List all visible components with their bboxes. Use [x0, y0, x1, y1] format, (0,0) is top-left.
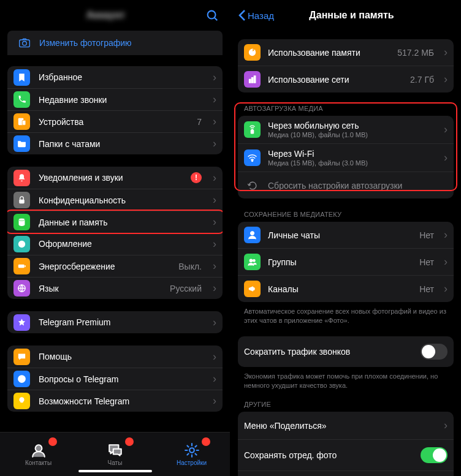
chevron-right-icon: › [213, 71, 216, 84]
row-value: Нет [419, 230, 434, 240]
usage-row[interactable]: Использование сети 2.7 Гб › [238, 66, 454, 93]
svg-point-9 [18, 240, 25, 247]
bulb-icon [13, 393, 30, 409]
row-label: Вопросы о Telegram [39, 374, 204, 384]
svg-point-28 [253, 260, 256, 262]
autoload-row[interactable]: Через Wi-FiМедиа (15 MB), файлы (3.0 MB)… [238, 143, 454, 172]
settings-row-chat[interactable]: Помощь› [7, 346, 223, 368]
tab-settings[interactable]: Настройки [153, 433, 230, 476]
row-label: Недавние звонки [39, 95, 204, 105]
save-row[interactable]: Группы Нет › [238, 248, 454, 275]
autoload-row[interactable]: Через мобильную сетьМедиа (10 MB), файлы… [238, 116, 454, 143]
settings-row-storage[interactable]: Данные и память› [7, 211, 223, 233]
chevron-right-icon: › [213, 172, 216, 184]
save-row[interactable]: Личные чаты Нет › [238, 222, 454, 248]
person-icon [244, 227, 261, 243]
badge-dot [202, 437, 210, 446]
change-photo-label: Изменить фотографию [39, 38, 132, 48]
alert-badge: ! [191, 172, 202, 183]
svg-rect-6 [19, 200, 25, 203]
settings-icon [184, 442, 200, 458]
row-label: Помощь [39, 352, 204, 361]
autoload-row[interactable]: Сбросить настройки автозагрузки [238, 172, 454, 198]
battery-icon [13, 258, 30, 274]
chevron-right-icon: › [213, 372, 216, 385]
svg-rect-14 [25, 265, 25, 267]
row-label: Telegram Premium [39, 317, 204, 327]
row-label: Каналы [268, 284, 412, 294]
settings-row-phone[interactable]: Недавние звонки› [7, 88, 223, 110]
section-footer: Экономия трафика может помочь при плохом… [244, 372, 448, 390]
toggle-switch[interactable] [421, 447, 448, 463]
settings-row-bookmark[interactable]: Избранное› [7, 66, 223, 88]
row-value: 7 [197, 117, 202, 127]
svg-point-0 [208, 11, 216, 19]
row-subtitle: Медиа (10 MB), файлы (1.0 MB) [268, 131, 436, 138]
chevron-right-icon: › [213, 216, 216, 229]
contacts-icon [31, 442, 47, 458]
change-photo-link[interactable]: Изменить фотографию [7, 31, 223, 55]
section-header: АВТОЗАГРУЗКА МЕДИА [244, 105, 448, 112]
settings-row-lock[interactable]: Конфиденциальность› [7, 189, 223, 211]
search-button[interactable] [203, 9, 221, 22]
qmark-icon: ? [13, 371, 30, 387]
row-label: Использование сети [268, 75, 403, 85]
chats-icon [107, 442, 123, 458]
account-title: Аккаунт [9, 10, 203, 21]
svg-rect-22 [251, 78, 253, 83]
usage-row[interactable]: Использование памяти 517.2 МБ › [238, 39, 454, 66]
tab-bar: КонтактыЧатыНастройки [0, 432, 230, 476]
page-title: Данные и память [250, 10, 454, 21]
settings-row-bulb[interactable]: Возможности Telegram› [7, 390, 223, 412]
chevron-right-icon: › [444, 282, 448, 295]
settings-row-star[interactable]: Telegram Premium› [7, 311, 223, 333]
settings-row-globe[interactable]: ЯзыкРусский› [7, 277, 223, 299]
badge-dot [48, 437, 57, 446]
settings-row-qmark[interactable]: ?Вопросы о Telegram› [7, 368, 223, 390]
chevron-right-icon: › [213, 137, 216, 150]
storage-icon [13, 214, 30, 230]
settings-row-bell[interactable]: Уведомления и звуки!› [7, 167, 223, 189]
folder-icon [13, 135, 30, 152]
chevron-right-icon: › [213, 93, 216, 106]
other-row[interactable]: Сохранять отред. фото [238, 439, 454, 470]
chevron-right-icon: › [213, 194, 216, 206]
row-label: Личные чаты [268, 230, 412, 240]
toggle-switch[interactable] [421, 344, 448, 360]
lock-icon [13, 192, 30, 208]
chevron-right-icon: › [213, 282, 216, 295]
settings-row-palette[interactable]: Оформление› [7, 233, 223, 255]
row-label: Энергосбережение [39, 262, 170, 271]
row-value: Нет [419, 284, 434, 294]
settings-row-folder[interactable]: Папки с чатами› [7, 132, 223, 154]
save-row[interactable]: Каналы Нет › [238, 275, 454, 302]
chevron-right-icon: › [444, 46, 448, 59]
row-label: Через мобильную сеть [268, 121, 436, 130]
reset-icon [244, 177, 261, 194]
other-row[interactable]: Меню «Поделиться»› [238, 412, 454, 439]
settings-row-battery[interactable]: ЭнергосбережениеВыкл.› [7, 255, 223, 277]
chevron-right-icon: › [444, 419, 448, 432]
section-header: ДРУГИЕ [244, 401, 448, 408]
svg-rect-24 [251, 130, 253, 134]
other-row[interactable]: БраузерSafari в приложении› [238, 470, 454, 476]
svg-point-18 [35, 445, 42, 451]
svg-rect-2 [20, 40, 30, 47]
search-icon [205, 9, 219, 22]
row-label: Возможности Telegram [39, 396, 204, 406]
devices-icon [13, 113, 30, 130]
mobile-icon [244, 121, 261, 138]
svg-rect-21 [250, 80, 251, 83]
row-label: Сохранять отред. фото [244, 450, 413, 460]
svg-point-27 [250, 259, 252, 262]
tab-contacts[interactable]: Контакты [0, 433, 77, 476]
bars-icon [244, 71, 261, 88]
row-label: Меню «Поделиться» [244, 421, 436, 431]
svg-point-19 [189, 448, 194, 453]
section-footer: Автоматическое сохранение всех новых фот… [244, 307, 448, 325]
calls-traffic-row[interactable]: Сократить трафик звонков [238, 336, 454, 367]
chevron-right-icon: › [444, 151, 448, 164]
row-subtitle: Медиа (15 MB), файлы (3.0 MB) [268, 159, 436, 167]
chevron-right-icon: › [213, 260, 216, 273]
settings-row-devices[interactable]: Устройства7› [7, 110, 223, 132]
